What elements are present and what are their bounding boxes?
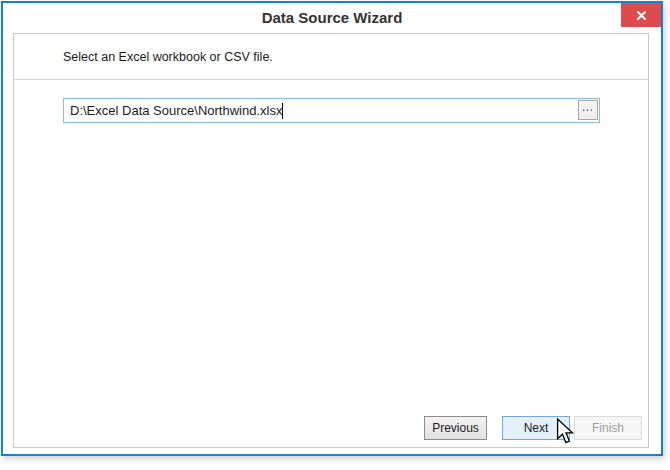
file-path-row: D:\Excel Data Source\Northwind.xlsx … <box>63 98 600 123</box>
browse-button[interactable]: … <box>578 100 598 120</box>
titlebar[interactable]: Data Source Wizard <box>3 3 661 33</box>
file-path-input[interactable] <box>63 98 600 123</box>
wizard-panel: Select an Excel workbook or CSV file. D:… <box>13 33 649 448</box>
ellipsis-icon: … <box>582 101 595 113</box>
previous-button[interactable]: Previous <box>424 416 487 440</box>
instruction-text: Select an Excel workbook or CSV file. <box>63 50 273 64</box>
instruction-header: Select an Excel workbook or CSV file. <box>14 34 648 80</box>
finish-button: Finish <box>574 416 642 440</box>
wizard-window: Data Source Wizard Select an Excel workb… <box>1 1 663 456</box>
window-title: Data Source Wizard <box>3 3 661 32</box>
close-button[interactable] <box>621 3 661 27</box>
next-button[interactable]: Next <box>502 416 570 440</box>
close-icon <box>637 11 646 20</box>
